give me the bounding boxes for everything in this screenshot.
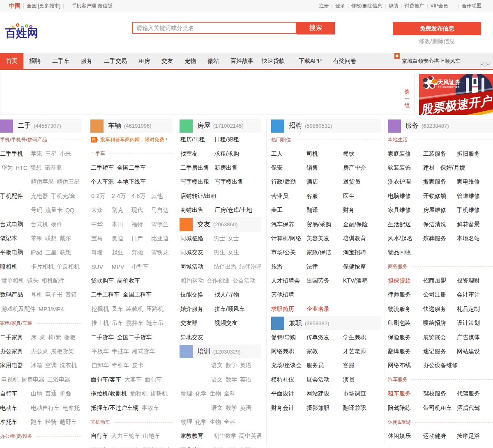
svg-text:天风证券: 天风证券 bbox=[437, 79, 461, 85]
svg-text:TF SECURITIES: TF SECURITIES bbox=[438, 86, 460, 88]
